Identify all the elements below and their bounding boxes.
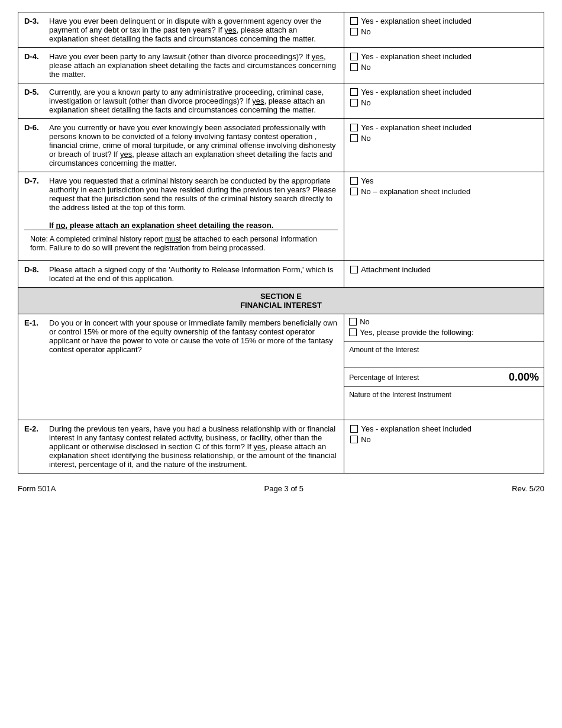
form-name: Form 501A <box>18 484 56 493</box>
d4-yes-label: Yes - explanation sheet included <box>361 52 471 61</box>
d3-no-label: No <box>361 27 371 36</box>
d3-label: D-3. <box>24 17 49 43</box>
d3-text: Have you ever been delinquent or in disp… <box>49 17 338 43</box>
d6-row: D-6. Are you currently or have you ever … <box>18 119 544 172</box>
d7-note: Note: A completed criminal history repor… <box>24 230 338 256</box>
d8-text: Please attach a signed copy of the 'Auth… <box>49 265 338 283</box>
e2-no-label: No <box>361 435 371 444</box>
e2-row: E-2. During the previous ten years, have… <box>18 420 544 473</box>
e1-text: Do you or in concert with your spouse or… <box>49 318 338 354</box>
d3-row: D-3. Have you ever been delinquent or in… <box>18 12 544 48</box>
d4-text: Have you ever been party to any lawsuit … <box>49 52 338 79</box>
e2-label: E-2. <box>24 424 49 469</box>
d6-question: D-6. Are you currently or have you ever … <box>18 119 344 172</box>
d4-no-label: No <box>361 63 371 72</box>
form-table: D-3. Have you ever been delinquent or in… <box>18 12 544 473</box>
d6-no-checkbox[interactable] <box>350 134 358 142</box>
e1-answer: No Yes, please provide the following: Am… <box>344 314 544 420</box>
e1-question: E-1. Do you or in concert with your spou… <box>18 314 344 420</box>
e2-no-checkbox[interactable] <box>350 436 358 443</box>
d7-yes-checkbox[interactable] <box>350 177 358 185</box>
d5-yes-label: Yes - explanation sheet included <box>361 88 471 96</box>
d8-attachment-checkbox[interactable] <box>350 266 358 273</box>
d7-yes-label: Yes <box>361 176 373 185</box>
section-e-title: SECTION E <box>24 292 538 301</box>
section-e-header-row: SECTION E FINANCIAL INTEREST <box>18 288 544 314</box>
e2-yes-checkbox[interactable] <box>350 425 358 433</box>
d3-yes-checkbox[interactable] <box>350 17 358 25</box>
e1-no-checkbox[interactable] <box>349 318 357 326</box>
e2-text: During the previous ten years, have you … <box>49 424 338 469</box>
d3-question: D-3. Have you ever been delinquent or in… <box>18 12 344 48</box>
d7-label: D-7. <box>24 176 49 230</box>
e1-row: E-1. Do you or in concert with your spou… <box>18 314 544 420</box>
page-number: Page 3 of 5 <box>264 484 304 493</box>
section-e-header: SECTION E FINANCIAL INTEREST <box>18 288 544 314</box>
e1-pct-sub: Percentage of Interest 0.00% <box>344 368 544 387</box>
d6-label: D-6. <box>24 123 49 167</box>
d4-row: D-4. Have you ever been party to any law… <box>18 48 544 83</box>
d7-no-label: No – explanation sheet included <box>361 187 470 196</box>
d4-question: D-4. Have you ever been party to any law… <box>18 48 344 83</box>
d5-no-checkbox[interactable] <box>350 99 358 107</box>
d6-no-label: No <box>361 134 371 143</box>
d4-answer: Yes - explanation sheet included No <box>344 48 544 83</box>
d6-yes-checkbox[interactable] <box>350 124 358 131</box>
d7-row: D-7. Have you requested that a criminal … <box>18 172 544 261</box>
d3-answer: Yes - explanation sheet included No <box>344 12 544 48</box>
d5-row: D-5. Currently, are you a known party to… <box>18 83 544 119</box>
d4-label: D-4. <box>24 52 49 79</box>
d7-question: D-7. Have you requested that a criminal … <box>18 172 344 261</box>
d5-yes-checkbox[interactable] <box>350 88 358 96</box>
footer: Form 501A Page 3 of 5 Rev. 5/20 <box>18 484 544 493</box>
form-rev: Rev. 5/20 <box>512 484 544 493</box>
d5-question: D-5. Currently, are you a known party to… <box>18 83 344 119</box>
d6-answer: Yes - explanation sheet included No <box>344 119 544 172</box>
e1-pct-label: Percentage of Interest <box>349 373 419 382</box>
d7-text: Have you requested that a criminal histo… <box>49 176 338 230</box>
e1-nature-label: Nature of the Interest Instrument <box>349 391 451 399</box>
d5-answer: Yes - explanation sheet included No <box>344 83 544 119</box>
e1-amount-label: Amount of the Interest <box>349 346 419 354</box>
d8-answer: Attachment included <box>344 261 544 288</box>
d8-attachment-label: Attachment included <box>361 265 431 274</box>
e1-nature-sub: Nature of the Interest Instrument <box>344 387 544 420</box>
e1-no-label: No <box>360 317 370 326</box>
e2-question: E-2. During the previous ten years, have… <box>18 420 344 473</box>
e1-yes-checkbox[interactable] <box>349 328 357 336</box>
section-e-subtitle: FINANCIAL INTEREST <box>24 301 538 310</box>
d3-yes-label: Yes - explanation sheet included <box>361 17 471 25</box>
d3-no-checkbox[interactable] <box>350 28 358 36</box>
e1-amount-sub: Amount of the Interest <box>344 342 544 368</box>
d4-yes-checkbox[interactable] <box>350 53 358 60</box>
d8-label: D-8. <box>24 265 49 283</box>
d5-text: Currently, are you a known party to any … <box>49 88 338 114</box>
e1-yes-label: Yes, please provide the following: <box>360 328 473 337</box>
d5-label: D-5. <box>24 88 49 114</box>
d8-question: D-8. Please attach a signed copy of the … <box>18 261 344 288</box>
e1-label: E-1. <box>24 318 49 354</box>
d8-row: D-8. Please attach a signed copy of the … <box>18 261 544 288</box>
d5-no-label: No <box>361 98 371 107</box>
e2-yes-label: Yes - explanation sheet included <box>361 424 471 433</box>
e1-no-sub: No Yes, please provide the following: <box>344 314 544 342</box>
e1-pct-value: 0.00% <box>509 371 539 384</box>
d6-yes-label: Yes - explanation sheet included <box>361 123 471 132</box>
d7-answer: Yes No – explanation sheet included <box>344 172 544 261</box>
d6-text: Are you currently or have you ever knowi… <box>49 123 338 167</box>
d4-no-checkbox[interactable] <box>350 63 358 71</box>
d7-no-checkbox[interactable] <box>350 188 358 195</box>
e2-answer: Yes - explanation sheet included No <box>344 420 544 473</box>
